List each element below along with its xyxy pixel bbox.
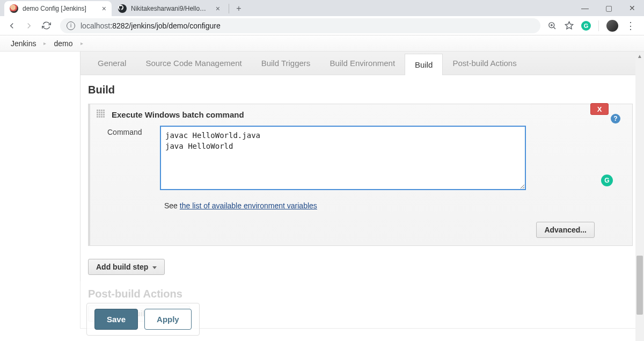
breadcrumb-arrow-icon: ▸ — [43, 40, 46, 46]
hint-prefix: See — [164, 201, 180, 210]
tab-title: demo Config [Jenkins] — [23, 5, 98, 12]
tab-build-triggers[interactable]: Build Triggers — [252, 52, 320, 75]
svg-marker-1 — [565, 21, 573, 28]
browser-toolbar: i localhost:8282/jenkins/job/demo/config… — [0, 16, 644, 35]
forward-button[interactable] — [21, 18, 36, 33]
github-favicon — [118, 4, 127, 13]
window-controls: ― ▢ ✕ — [573, 0, 644, 16]
command-textarea[interactable] — [160, 126, 526, 190]
browser-tab-inactive[interactable]: Nikitakesharwani9/HelloWorld: F × — [113, 1, 225, 16]
grammarly-icon: G — [601, 175, 613, 186]
browser-tab-active[interactable]: demo Config [Jenkins] × — [4, 1, 112, 16]
env-vars-hint: See the list of available environment va… — [164, 201, 619, 210]
breadcrumb-arrow-icon: ▸ — [80, 40, 83, 46]
breadcrumb-root[interactable]: Jenkins — [11, 39, 36, 48]
scrollbar-thumb[interactable] — [636, 256, 643, 315]
url-text: localhost:8282/jenkins/job/demo/configur… — [80, 21, 221, 30]
apply-button[interactable]: Apply — [144, 309, 192, 330]
post-build-title: Post-build Actions — [88, 288, 630, 300]
build-step-panel: X ? Execute Windows batch command Comman… — [88, 104, 633, 246]
breadcrumb: Jenkins ▸ demo ▸ — [0, 35, 644, 52]
tab-scm[interactable]: Source Code Management — [136, 52, 251, 75]
tab-title: Nikitakesharwani9/HelloWorld: F — [131, 5, 211, 12]
env-vars-link[interactable]: the list of available environment variab… — [180, 201, 317, 210]
profile-avatar[interactable] — [606, 20, 618, 32]
new-tab-button[interactable]: + — [231, 1, 246, 16]
jenkins-favicon — [10, 4, 18, 13]
browser-tab-strip: demo Config [Jenkins] × Nikitakesharwani… — [0, 0, 644, 16]
tab-build[interactable]: Build — [405, 54, 443, 75]
tab-close-icon[interactable]: × — [216, 4, 220, 13]
add-build-step-button[interactable]: Add build step — [88, 259, 165, 275]
advanced-button[interactable]: Advanced... — [536, 222, 595, 238]
delete-step-button[interactable]: X — [590, 103, 609, 115]
breadcrumb-job[interactable]: demo — [54, 39, 72, 48]
save-button[interactable]: Save — [94, 309, 138, 330]
tab-close-icon[interactable]: × — [102, 4, 106, 13]
site-info-icon[interactable]: i — [67, 21, 75, 30]
back-button[interactable] — [4, 18, 19, 33]
tab-build-environment[interactable]: Build Environment — [320, 52, 405, 75]
step-title: Execute Windows batch command — [112, 110, 244, 119]
zoom-icon[interactable] — [547, 21, 557, 31]
section-title: Build — [88, 84, 633, 96]
window-maximize-icon[interactable]: ▢ — [597, 0, 620, 16]
config-tabs: General Source Code Management Build Tri… — [80, 52, 638, 75]
help-icon[interactable]: ? — [611, 114, 620, 124]
tab-separator — [229, 4, 229, 13]
window-close-icon[interactable]: ✕ — [620, 0, 644, 16]
window-minimize-icon[interactable]: ― — [573, 0, 597, 16]
bookmark-star-icon[interactable] — [564, 21, 574, 31]
chrome-menu-icon[interactable]: ⋮ — [626, 21, 635, 31]
drag-handle-icon[interactable] — [97, 110, 106, 119]
tab-general[interactable]: General — [88, 52, 136, 75]
scrollbar-up-icon[interactable]: ▲ — [635, 52, 644, 60]
tab-post-build[interactable]: Post-build Actions — [443, 52, 526, 75]
page-content: Jenkins ▸ demo ▸ General Source Code Man… — [0, 35, 644, 341]
command-label: Command — [97, 126, 160, 136]
scrollbar[interactable]: ▲ — [635, 52, 644, 341]
action-bar: Save Apply — [86, 303, 200, 336]
reload-button[interactable] — [39, 18, 54, 33]
address-bar[interactable]: i localhost:8282/jenkins/job/demo/config… — [60, 18, 540, 33]
grammarly-extension-icon[interactable]: G — [581, 21, 591, 31]
